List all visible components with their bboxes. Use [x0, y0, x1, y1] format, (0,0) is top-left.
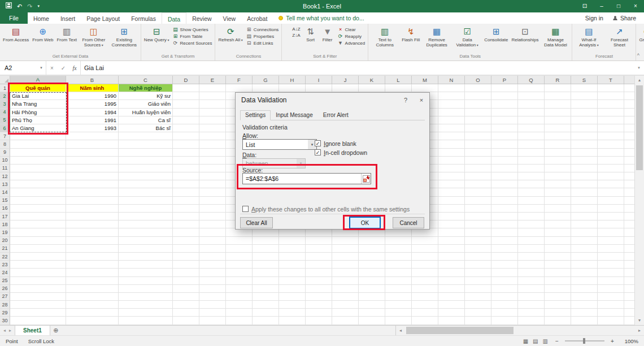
- cell-s10[interactable]: [571, 157, 598, 165]
- cell-b30[interactable]: [66, 317, 119, 325]
- cell-s30[interactable]: [571, 317, 598, 325]
- cell-a29[interactable]: [10, 309, 66, 317]
- dialog-help-icon[interactable]: ?: [398, 93, 414, 107]
- cell-b2[interactable]: 1990: [66, 92, 119, 100]
- cell-i20[interactable]: [306, 237, 332, 245]
- cell-l21[interactable]: [385, 245, 412, 253]
- cell-n21[interactable]: [438, 245, 465, 253]
- minimize-icon[interactable]: –: [593, 0, 610, 12]
- cell-c7[interactable]: [119, 132, 173, 140]
- relationships-button[interactable]: ⊡Relationships: [510, 24, 540, 53]
- cell-b19[interactable]: [66, 228, 119, 236]
- cell-j19[interactable]: [332, 228, 359, 236]
- cell-f26[interactable]: [226, 285, 253, 293]
- cell-n12[interactable]: [438, 172, 465, 180]
- cell-a9[interactable]: [10, 149, 66, 157]
- cell-t2[interactable]: [598, 92, 624, 100]
- cell-b29[interactable]: [66, 309, 119, 317]
- cell-n10[interactable]: [438, 157, 465, 165]
- cell-s22[interactable]: [571, 253, 598, 261]
- cell-e16[interactable]: [199, 205, 226, 213]
- cell-e23[interactable]: [199, 261, 226, 269]
- cell-o9[interactable]: [465, 149, 491, 157]
- cell-a8[interactable]: [10, 140, 66, 148]
- cell-m28[interactable]: [412, 301, 438, 309]
- dialog-tab-input-message[interactable]: Input Message: [271, 110, 318, 120]
- cell-l30[interactable]: [385, 317, 412, 325]
- vertical-scroll-thumb[interactable]: [636, 85, 643, 170]
- cell-e2[interactable]: [199, 92, 226, 100]
- cell-a4[interactable]: Hải Phòng: [10, 109, 66, 116]
- cell-h27[interactable]: [279, 293, 306, 301]
- cell-g19[interactable]: [253, 228, 279, 236]
- column-header-f[interactable]: F: [226, 76, 253, 84]
- cell-q20[interactable]: [518, 237, 545, 245]
- cell-a22[interactable]: [10, 253, 66, 261]
- cell-c27[interactable]: [119, 293, 173, 301]
- clear-all-button[interactable]: Clear All: [240, 217, 273, 228]
- cell-c17[interactable]: [119, 213, 173, 220]
- cell-d29[interactable]: [173, 309, 199, 317]
- data-validation-button[interactable]: ☑Data Validation ▾: [452, 24, 482, 53]
- cell-c5[interactable]: Ca sĩ: [119, 116, 173, 124]
- cell-m27[interactable]: [412, 293, 438, 301]
- scroll-down-icon[interactable]: ▾: [635, 316, 644, 325]
- row-header-15[interactable]: 15: [0, 197, 10, 205]
- ribbon-tab-formulas[interactable]: Formulas: [125, 12, 162, 24]
- cell-a12[interactable]: [10, 172, 66, 180]
- cell-b8[interactable]: [66, 140, 119, 148]
- cell-q10[interactable]: [518, 157, 545, 165]
- cell-c30[interactable]: [119, 317, 173, 325]
- cell-p13[interactable]: [491, 180, 518, 188]
- cell-k27[interactable]: [359, 293, 385, 301]
- share-button[interactable]: Share: [612, 15, 636, 21]
- row-header-2[interactable]: 2: [0, 92, 10, 100]
- existing-connections-button[interactable]: ⊞Existing Connections: [109, 24, 140, 53]
- cell-n25[interactable]: [438, 277, 465, 285]
- cell-t12[interactable]: [598, 172, 624, 180]
- cell-e19[interactable]: [199, 228, 226, 236]
- cell-h30[interactable]: [279, 317, 306, 325]
- row-header-29[interactable]: 29: [0, 309, 10, 317]
- row-header-19[interactable]: 19: [0, 228, 10, 236]
- cell-n16[interactable]: [438, 205, 465, 213]
- cell-r16[interactable]: [545, 205, 571, 213]
- cell-t11[interactable]: [598, 165, 624, 172]
- cell-k25[interactable]: [359, 277, 385, 285]
- cell-a11[interactable]: [10, 165, 66, 172]
- cell-n2[interactable]: [438, 92, 465, 100]
- formula-bar-expand-icon[interactable]: ▾: [634, 61, 644, 75]
- cell-c9[interactable]: [119, 149, 173, 157]
- cell-p21[interactable]: [491, 245, 518, 253]
- cell-t5[interactable]: [598, 116, 624, 124]
- cell-n14[interactable]: [438, 188, 465, 196]
- cell-t18[interactable]: [598, 220, 624, 228]
- cell-d28[interactable]: [173, 301, 199, 309]
- cell-r14[interactable]: [545, 188, 571, 196]
- cell-o24[interactable]: [465, 269, 491, 276]
- row-header-4[interactable]: 4: [0, 109, 10, 116]
- cell-g25[interactable]: [253, 277, 279, 285]
- column-header-m[interactable]: M: [412, 76, 438, 84]
- cell-t16[interactable]: [598, 205, 624, 213]
- cell-m26[interactable]: [412, 285, 438, 293]
- cell-h19[interactable]: [279, 228, 306, 236]
- cancel-button[interactable]: Cancel: [393, 217, 424, 228]
- cell-b18[interactable]: [66, 220, 119, 228]
- cell-n27[interactable]: [438, 293, 465, 301]
- cell-j21[interactable]: [332, 245, 359, 253]
- row-header-3[interactable]: 3: [0, 100, 10, 108]
- cell-t24[interactable]: [598, 269, 624, 276]
- horizontal-scrollbar[interactable]: ◂ ▸: [395, 326, 644, 335]
- group-button[interactable]: ⊕Group ▾: [637, 24, 644, 53]
- cell-r21[interactable]: [545, 245, 571, 253]
- page-layout-view-icon[interactable]: ▤: [532, 338, 539, 344]
- cell-q30[interactable]: [518, 317, 545, 325]
- cell-e22[interactable]: [199, 253, 226, 261]
- cell-k23[interactable]: [359, 261, 385, 269]
- row-header-12[interactable]: 12: [0, 172, 10, 180]
- cell-n24[interactable]: [438, 269, 465, 276]
- cell-d16[interactable]: [173, 205, 199, 213]
- cell-r20[interactable]: [545, 237, 571, 245]
- cell-s1[interactable]: [571, 84, 598, 92]
